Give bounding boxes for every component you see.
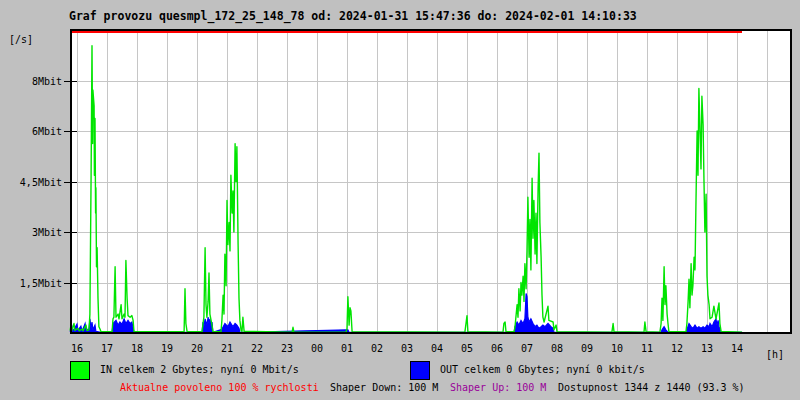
svg-text:09: 09 — [581, 343, 593, 354]
out-legend-label: OUT celkem 0 Gbytes; nyní 0 kbit/s — [440, 364, 645, 375]
svg-text:21: 21 — [221, 343, 233, 354]
svg-text:14: 14 — [731, 343, 743, 354]
traffic-graph-page: Graf provozu quesmpl_172_25_148_78 od: 2… — [0, 0, 800, 400]
svg-text:00: 00 — [311, 343, 323, 354]
svg-text:11: 11 — [641, 343, 653, 354]
svg-text:23: 23 — [281, 343, 293, 354]
svg-text:3Mbit: 3Mbit — [32, 227, 62, 238]
svg-text:08: 08 — [551, 343, 563, 354]
svg-text:04: 04 — [431, 343, 443, 354]
svg-text:02: 02 — [371, 343, 383, 354]
in-legend-swatch — [70, 361, 90, 380]
svg-text:05: 05 — [461, 343, 473, 354]
svg-text:8Mbit: 8Mbit — [32, 76, 62, 87]
svg-text:1,5Mbit: 1,5Mbit — [20, 278, 62, 289]
svg-text:20: 20 — [191, 343, 203, 354]
svg-text:12: 12 — [671, 343, 683, 354]
x-axis-unit-label: [h] — [766, 349, 784, 360]
in-legend-label: IN celkem 2 Gbytes; nyní 0 Mbit/s — [100, 364, 299, 375]
availability-text: Dostupnost 1344 z 1440 (93.3 %) — [558, 382, 745, 393]
out-legend-swatch — [410, 361, 430, 380]
svg-text:22: 22 — [251, 343, 263, 354]
svg-text:06: 06 — [491, 343, 503, 354]
traffic-chart: 1,5Mbit3Mbit4,5Mbit6Mbit8Mbit16171819202… — [0, 0, 800, 400]
svg-text:10: 10 — [611, 343, 623, 354]
svg-text:16: 16 — [71, 343, 83, 354]
svg-text:6Mbit: 6Mbit — [32, 126, 62, 137]
allowed-speed-text: Aktualne povoleno 100 % rychlosti — [120, 382, 319, 393]
svg-text:4,5Mbit: 4,5Mbit — [20, 177, 62, 188]
shaper-up-text: Shaper Up: 100 M — [450, 382, 546, 393]
svg-text:03: 03 — [401, 343, 413, 354]
svg-text:17: 17 — [101, 343, 113, 354]
svg-text:01: 01 — [341, 343, 353, 354]
svg-text:07: 07 — [521, 343, 533, 354]
svg-text:13: 13 — [701, 343, 713, 354]
shaper-down-text: Shaper Down: 100 M — [330, 382, 438, 393]
svg-text:18: 18 — [131, 343, 143, 354]
svg-text:19: 19 — [161, 343, 173, 354]
